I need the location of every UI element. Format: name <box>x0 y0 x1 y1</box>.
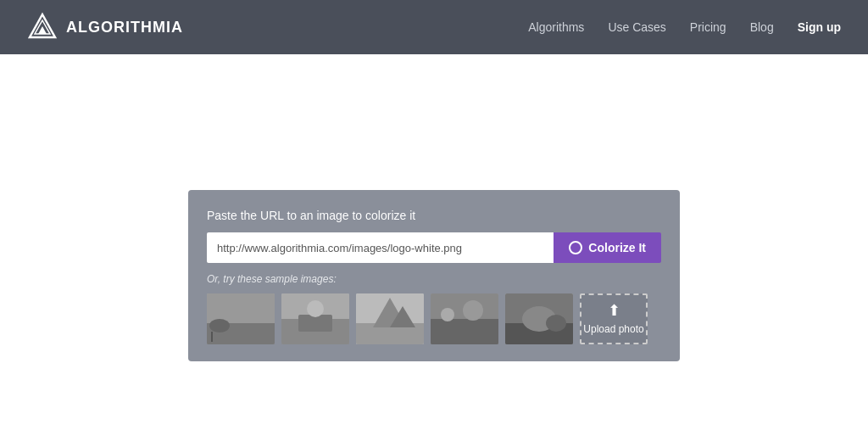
svg-point-5 <box>209 319 230 332</box>
upload-photo-button[interactable]: ⬆ Upload photo <box>580 293 648 344</box>
upload-icon: ⬆ <box>608 301 620 321</box>
panel-label: Paste the URL to an image to colorize it <box>207 209 661 222</box>
svg-point-17 <box>441 308 454 321</box>
colorize-icon <box>569 241 582 254</box>
sample-image-5[interactable] <box>505 293 573 344</box>
nav-pricing[interactable]: Pricing <box>690 20 726 34</box>
logo-icon <box>27 12 58 42</box>
upload-btn-label: Upload photo <box>583 323 643 337</box>
nav-links: Algorithms Use Cases Pricing Blog Sign u… <box>528 20 841 34</box>
samples-row: ⬆ Upload photo <box>207 293 661 344</box>
colorize-btn-label: Colorize It <box>588 241 646 254</box>
svg-point-10 <box>307 300 324 317</box>
input-row: Colorize It <box>207 232 661 263</box>
svg-point-18 <box>463 300 483 321</box>
nav-algorithms[interactable]: Algorithms <box>528 20 584 34</box>
svg-point-22 <box>546 315 566 332</box>
url-input[interactable] <box>207 232 554 263</box>
colorize-button[interactable]: Colorize It <box>554 232 661 263</box>
main-content: Paste the URL to an image to colorize it… <box>0 54 868 395</box>
svg-rect-6 <box>211 332 213 342</box>
sample-image-3[interactable] <box>356 293 424 344</box>
logo[interactable]: ALGORITHMIA <box>27 12 183 42</box>
colorize-panel: Paste the URL to an image to colorize it… <box>188 190 680 361</box>
sample-image-1[interactable] <box>207 293 275 344</box>
nav-use-cases[interactable]: Use Cases <box>608 20 665 34</box>
sample-image-4[interactable] <box>431 293 498 344</box>
sample-label: Or, try these sample images: <box>207 273 661 285</box>
sample-image-2[interactable] <box>281 293 349 344</box>
nav-blog[interactable]: Blog <box>750 20 774 34</box>
navbar: ALGORITHMIA Algorithms Use Cases Pricing… <box>0 0 868 54</box>
svg-marker-2 <box>38 26 47 34</box>
logo-text: ALGORITHMIA <box>66 19 183 36</box>
nav-signup[interactable]: Sign up <box>798 20 841 34</box>
svg-rect-16 <box>431 319 498 344</box>
